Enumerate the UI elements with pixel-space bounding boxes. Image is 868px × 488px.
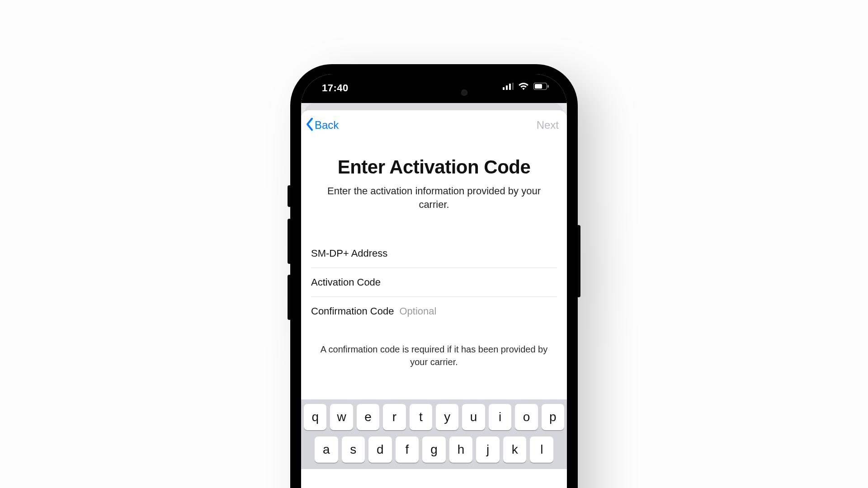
page-subtitle: Enter the activation information provide… [313, 184, 555, 211]
key-u[interactable]: u [462, 404, 485, 430]
keyboard-row-2: asdfghjkl [304, 436, 564, 463]
key-i[interactable]: i [489, 404, 511, 430]
key-e[interactable]: e [357, 404, 379, 430]
key-t[interactable]: t [410, 404, 432, 430]
back-label: Back [315, 119, 339, 131]
svg-rect-0 [503, 87, 505, 90]
smdp-address-label: SM-DP+ Address [311, 248, 387, 259]
status-time: 17:40 [322, 82, 349, 94]
key-w[interactable]: w [330, 404, 353, 430]
svg-rect-6 [547, 85, 549, 88]
fields: SM-DP+ Address Activation Code Confirmat… [301, 239, 567, 326]
key-a[interactable]: a [315, 436, 338, 463]
cellular-signal-icon [503, 83, 514, 90]
key-f[interactable]: f [396, 436, 419, 463]
phone-screen: 17:40 [301, 74, 567, 488]
confirmation-code-field[interactable]: Confirmation Code Optional [311, 297, 557, 326]
svg-rect-5 [535, 84, 542, 89]
next-button[interactable]: Next [537, 119, 559, 131]
key-q[interactable]: q [304, 404, 326, 430]
key-r[interactable]: r [383, 404, 406, 430]
confirmation-code-placeholder: Optional [399, 305, 436, 317]
phone: 17:40 [290, 64, 578, 488]
footnote: A confirmation code is required if it ha… [301, 343, 567, 368]
activation-code-field[interactable]: Activation Code [311, 268, 557, 297]
status-right-cluster [503, 82, 549, 90]
activation-code-label: Activation Code [311, 277, 381, 288]
wifi-icon [518, 82, 529, 90]
svg-rect-1 [506, 85, 508, 90]
svg-rect-3 [512, 83, 514, 90]
headline: Enter Activation Code Enter the activati… [301, 140, 567, 211]
key-y[interactable]: y [436, 404, 458, 430]
smdp-address-field[interactable]: SM-DP+ Address [311, 239, 557, 268]
key-s[interactable]: s [342, 436, 365, 463]
phone-body: 17:40 [290, 64, 578, 488]
key-j[interactable]: j [476, 436, 500, 463]
back-button[interactable]: Back [305, 117, 339, 134]
key-o[interactable]: o [515, 404, 538, 430]
dynamic-island [393, 82, 475, 103]
keyboard[interactable]: qwertyuiop asdfghjkl [301, 399, 567, 469]
confirmation-code-label: Confirmation Code [311, 305, 394, 317]
svg-rect-2 [509, 84, 511, 90]
key-h[interactable]: h [449, 436, 473, 463]
modal-navbar: Back Next [301, 110, 567, 140]
key-d[interactable]: d [368, 436, 392, 463]
battery-icon [533, 83, 549, 90]
key-g[interactable]: g [422, 436, 446, 463]
page-title: Enter Activation Code [313, 156, 555, 178]
key-p[interactable]: p [542, 404, 564, 430]
key-k[interactable]: k [503, 436, 527, 463]
chevron-left-icon [305, 117, 315, 134]
keyboard-row-1: qwertyuiop [304, 404, 564, 430]
key-l[interactable]: l [530, 436, 553, 463]
canvas: 17:40 [0, 0, 868, 488]
